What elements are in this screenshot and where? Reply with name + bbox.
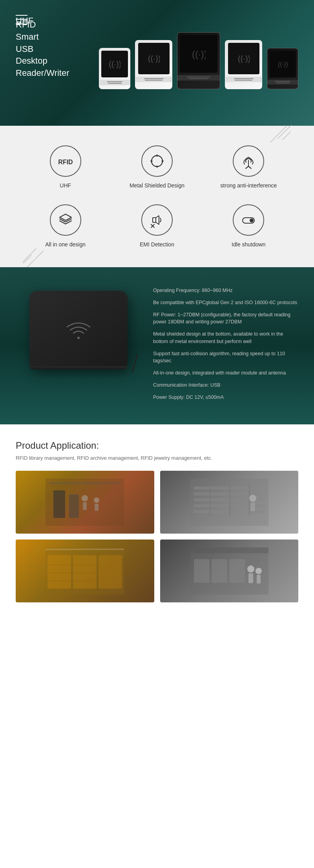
spec-anticollision: Support fast anti-collision algorithm, r… xyxy=(153,350,298,365)
all-in-one-label: All in one design xyxy=(45,241,86,248)
svg-rect-30 xyxy=(49,483,120,484)
svg-rect-56 xyxy=(229,559,245,583)
layers-icon xyxy=(56,210,75,230)
svg-rect-24 xyxy=(53,490,65,518)
device-card-2: ((·)) xyxy=(135,40,172,89)
svg-rect-37 xyxy=(210,484,211,516)
layers-icon-circle xyxy=(50,204,81,236)
svg-text:((·)): ((·)) xyxy=(192,49,206,59)
spec-protocol: Be compatible with EPCglobal Gen 2 and I… xyxy=(153,299,298,306)
toggle-icon xyxy=(239,210,258,230)
svg-point-40 xyxy=(249,495,256,502)
spec-freq: Operating Frequency: 860~960 MHz xyxy=(153,287,298,294)
device-card-5: ((·)) xyxy=(267,48,298,89)
feature-emi: EMI Detection xyxy=(115,204,199,248)
svg-point-57 xyxy=(247,565,254,573)
svg-rect-54 xyxy=(194,559,210,583)
svg-point-59 xyxy=(256,568,262,574)
svg-point-26 xyxy=(82,495,88,501)
svg-marker-8 xyxy=(162,160,164,162)
product-section: Operating Frequency: 860~960 MHz Be comp… xyxy=(0,267,314,424)
svg-rect-61 xyxy=(190,547,268,553)
antenna-icon xyxy=(239,151,258,171)
spec-design: All-in-one design, integrated with reade… xyxy=(153,369,298,377)
svg-rect-38 xyxy=(229,484,230,516)
emi-icon xyxy=(147,210,167,230)
toggle-icon-circle xyxy=(233,204,264,236)
uhf-icon-circle: RFID xyxy=(50,145,81,177)
svg-text:((·)): ((·)) xyxy=(148,54,160,63)
antenna-icon-circle xyxy=(233,145,264,177)
shield-icon-circle xyxy=(141,145,173,177)
uhf-label: UHF xyxy=(60,182,71,189)
title-line2: RFID Smart USB Desktop Reader/Writer xyxy=(16,19,27,20)
features-grid: RFID UHF xyxy=(24,145,290,248)
spec-metal: Metal shielded design at the bottom, ava… xyxy=(153,330,298,345)
reader-device xyxy=(29,291,128,369)
anti-interference-label: strong anti-interference xyxy=(220,182,277,189)
app-title: Product Application: xyxy=(16,440,298,451)
svg-rect-29 xyxy=(95,504,99,511)
rfid-icon: RFID xyxy=(56,151,75,171)
svg-rect-25 xyxy=(69,494,79,518)
app-image-counter xyxy=(160,471,299,534)
svg-text:((·)): ((·)) xyxy=(238,54,250,63)
emi-icon-circle xyxy=(141,204,173,236)
hero-title: UHF RFID Smart USB Desktop Reader/Writer xyxy=(16,15,298,24)
spec-comm: Communication Interface: USB xyxy=(153,382,298,389)
metal-shield-icon xyxy=(147,151,167,171)
svg-text:RFID: RFID xyxy=(58,159,73,165)
svg-text:((·)): ((·)) xyxy=(278,61,288,68)
svg-point-21 xyxy=(250,218,254,222)
device-card-4: ((·)) xyxy=(225,40,262,89)
svg-text:((·)): ((·)) xyxy=(109,60,120,68)
svg-marker-7 xyxy=(156,154,158,156)
library-image xyxy=(46,479,124,526)
title-line1: UHF xyxy=(16,15,27,16)
device-card-3: ((·)) xyxy=(177,32,220,89)
feature-metal-shield: Metal Shielded Design xyxy=(115,145,199,189)
app-images-grid xyxy=(16,471,298,602)
idle-shutdown-label: Idle shutdown xyxy=(232,241,265,248)
feature-idle-shutdown: Idle shutdown xyxy=(207,204,290,248)
svg-marker-9 xyxy=(156,166,158,168)
device-card-1: ((·)) xyxy=(99,48,130,89)
svg-rect-43 xyxy=(47,555,71,589)
svg-point-28 xyxy=(94,497,99,503)
app-description: RFID library management, RFID archive ma… xyxy=(16,455,298,461)
app-image-warehouse xyxy=(16,540,154,602)
spec-power: Power Supply: DC 12V, ≤500mA xyxy=(153,394,298,401)
device-signal-icon xyxy=(63,316,94,344)
svg-rect-58 xyxy=(248,573,253,583)
warehouse-image xyxy=(46,547,124,595)
svg-rect-41 xyxy=(250,503,255,511)
svg-rect-27 xyxy=(83,502,87,510)
features-section: RFID UHF xyxy=(0,126,314,267)
app-image-library xyxy=(16,471,154,534)
feature-anti-interference: strong anti-interference xyxy=(207,145,290,189)
svg-marker-10 xyxy=(150,160,152,162)
metal-shield-label: Metal Shielded Design xyxy=(130,182,184,189)
store-image xyxy=(190,547,268,595)
svg-point-22 xyxy=(77,337,80,339)
spec-rf: RF Power: 1~27DBM (configurable), the fa… xyxy=(153,311,298,326)
emi-label: EMI Detection xyxy=(140,241,174,248)
app-image-store xyxy=(160,540,299,602)
application-section: Product Application: RFID library manage… xyxy=(0,424,314,618)
svg-rect-44 xyxy=(73,555,97,589)
product-image-area xyxy=(16,283,141,369)
svg-rect-55 xyxy=(212,559,227,583)
counter-image xyxy=(190,479,268,526)
hero-section: UHF RFID Smart USB Desktop Reader/Writer… xyxy=(0,0,314,126)
svg-rect-45 xyxy=(99,555,122,589)
feature-all-in-one: All in one design xyxy=(24,204,107,248)
reader-device-wrapper xyxy=(29,291,128,369)
svg-rect-60 xyxy=(257,575,261,584)
svg-rect-17 xyxy=(153,218,156,222)
hero-devices: ((·)) ((·)) ((·)) xyxy=(16,32,298,89)
feature-uhf: RFID UHF xyxy=(24,145,107,189)
product-specs: Operating Frequency: 860~960 MHz Be comp… xyxy=(153,283,298,406)
